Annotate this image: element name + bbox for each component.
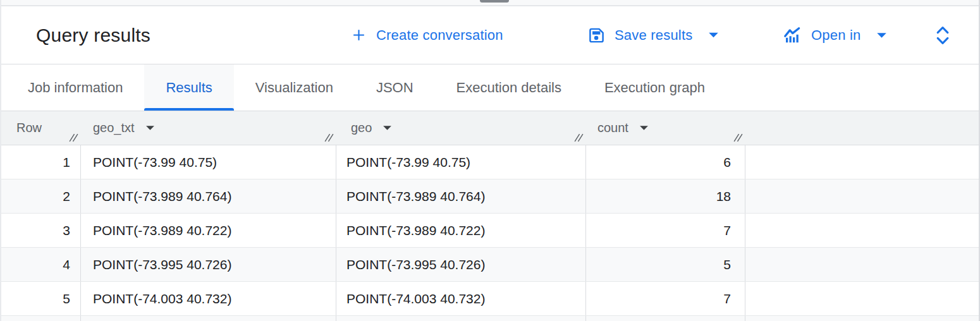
column-header-count[interactable]: count [586, 111, 745, 145]
geo-txt-cell[interactable]: POINT(-73.989 40.722) [81, 214, 336, 247]
sort-caret-icon[interactable] [145, 125, 155, 131]
expand-panel-button[interactable] [934, 23, 951, 47]
column-resize-handle-icon[interactable] [68, 132, 79, 143]
geo-txt-cell [81, 316, 336, 321]
column-header-geo-label: geo [351, 121, 372, 135]
filler-cell [745, 214, 979, 247]
save-icon [588, 27, 605, 44]
tab-execution-details[interactable]: Execution details [435, 64, 583, 111]
count-cell[interactable]: 7 [586, 214, 745, 247]
sort-caret-icon[interactable] [383, 125, 392, 131]
table-row: 5 POINT(-74.003 40.732) POINT(-74.003 40… [1, 282, 979, 316]
geo-txt-cell[interactable]: POINT(-73.995 40.726) [81, 248, 336, 281]
create-conversation-button[interactable]: Create conversation [351, 27, 503, 44]
plus-icon [351, 27, 367, 43]
count-cell[interactable]: 5 [586, 248, 745, 281]
geo-txt-cell[interactable]: POINT(-73.99 40.75) [81, 145, 336, 179]
filler-cell [745, 282, 979, 315]
results-tab-bar: Job information Results Visualization JS… [1, 64, 979, 111]
row-number-cell: 5 [1, 282, 81, 315]
column-header-row: Row [1, 111, 81, 145]
column-resize-handle-icon[interactable] [733, 132, 744, 143]
geo-cell [336, 316, 586, 321]
open-in-dropdown-caret-icon [876, 32, 887, 39]
column-header-geo-txt[interactable]: geo_txt [81, 111, 336, 145]
filler-cell [745, 248, 979, 281]
geo-txt-cell[interactable]: POINT(-74.003 40.732) [81, 282, 336, 315]
count-cell [586, 316, 745, 321]
column-header-count-label: count [597, 121, 628, 135]
row-number-cell: 2 [1, 179, 81, 213]
tab-results[interactable]: Results [144, 64, 233, 111]
open-in-button[interactable]: Open in [783, 26, 887, 45]
results-table-header: Row geo_txt geo count [1, 111, 979, 145]
table-row: 3 POINT(-73.989 40.722) POINT(-73.989 40… [1, 214, 979, 248]
table-row: 1 POINT(-73.99 40.75) POINT(-73.99 40.75… [1, 145, 979, 179]
panel-top-strip [1, 0, 979, 6]
tab-visualization[interactable]: Visualization [234, 64, 355, 111]
table-row-partial [1, 316, 979, 321]
table-row: 4 POINT(-73.995 40.726) POINT(-73.995 40… [1, 248, 979, 282]
save-results-dropdown-caret-icon [708, 32, 719, 39]
geo-cell[interactable]: POINT(-73.989 40.764) [336, 179, 586, 213]
geo-cell[interactable]: POINT(-73.995 40.726) [336, 248, 586, 281]
column-resize-handle-icon[interactable] [324, 132, 334, 143]
column-resize-handle-icon[interactable] [573, 132, 584, 143]
panel-drag-handle-icon[interactable] [480, 0, 509, 3]
save-results-button[interactable]: Save results [588, 27, 719, 44]
results-table-body: 1 POINT(-73.99 40.75) POINT(-73.99 40.75… [1, 145, 979, 321]
column-header-geo[interactable]: geo [336, 111, 586, 145]
row-number-cell [1, 316, 81, 321]
tab-json[interactable]: JSON [355, 64, 435, 111]
save-results-label: Save results [615, 27, 692, 44]
column-header-row-label: Row [16, 121, 42, 135]
count-cell[interactable]: 18 [586, 179, 745, 213]
row-number-cell: 4 [1, 248, 81, 281]
tab-execution-graph[interactable]: Execution graph [583, 64, 726, 111]
geo-cell[interactable]: POINT(-73.989 40.722) [336, 214, 586, 247]
count-cell[interactable]: 7 [586, 282, 745, 315]
column-header-geo-txt-label: geo_txt [93, 121, 135, 135]
expand-vertical-icon [934, 23, 951, 47]
filler-cell [745, 316, 979, 321]
chart-icon [783, 26, 802, 45]
count-cell[interactable]: 6 [586, 145, 745, 179]
filler-cell [745, 145, 979, 179]
table-row: 2 POINT(-73.989 40.764) POINT(-73.989 40… [1, 179, 979, 214]
sort-caret-icon[interactable] [639, 125, 649, 131]
row-number-cell: 1 [1, 145, 81, 179]
page-title: Query results [36, 25, 150, 46]
geo-cell[interactable]: POINT(-74.003 40.732) [336, 282, 586, 315]
query-results-header: Query results Create conversation Save r… [1, 6, 979, 64]
filler-cell [745, 179, 979, 213]
row-number-cell: 3 [1, 214, 81, 247]
geo-txt-cell[interactable]: POINT(-73.989 40.764) [81, 179, 336, 213]
tab-job-information[interactable]: Job information [6, 64, 144, 111]
column-header-filler [745, 111, 979, 145]
open-in-label: Open in [811, 27, 861, 44]
create-conversation-label: Create conversation [376, 27, 503, 44]
geo-cell[interactable]: POINT(-73.99 40.75) [336, 145, 586, 179]
